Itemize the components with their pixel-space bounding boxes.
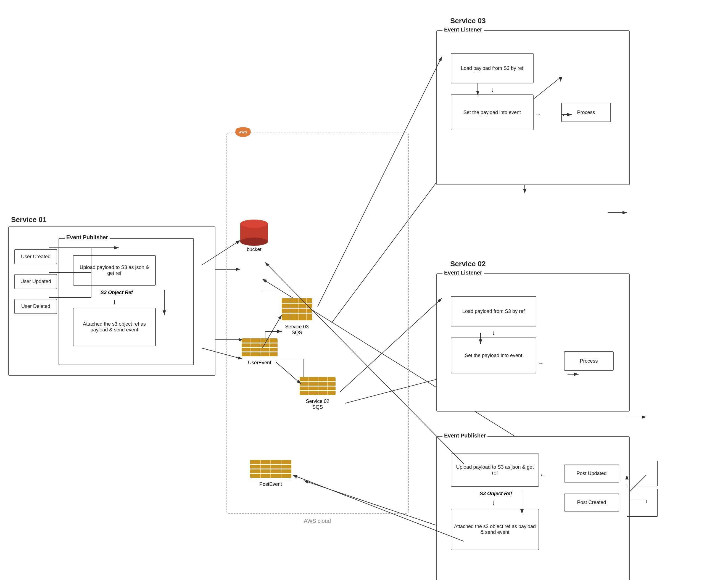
service02-ep-label: Event Publisher bbox=[442, 432, 488, 439]
service02-load-box: Load payload from S3 by ref bbox=[451, 296, 536, 326]
service03-arrow-down: ↓ bbox=[491, 86, 494, 94]
service03-process-box: Process bbox=[561, 103, 611, 122]
svg-text:AWS: AWS bbox=[239, 130, 247, 134]
service01-label: Service 01 bbox=[11, 215, 47, 224]
svg-point-34 bbox=[240, 219, 268, 228]
service01-s3ref-label: S3 Object Ref bbox=[101, 290, 133, 295]
service02-label: Service 02 bbox=[450, 260, 486, 268]
service01-ep-label: Event Publisher bbox=[64, 234, 110, 241]
service02-ep-box: Event Publisher Upload payload to S3 as … bbox=[436, 437, 630, 580]
service03-sqs-icon: Service 03 SQS bbox=[279, 295, 315, 332]
svg-point-33 bbox=[240, 238, 268, 246]
service01-user-updated: User Updated bbox=[15, 274, 57, 289]
aws-icon-area: AWS bbox=[235, 124, 251, 138]
service02-sqs-label: Service 02 SQS bbox=[298, 399, 337, 410]
service01-user-created: User Created bbox=[15, 249, 57, 264]
postevent-sqs-icon: PostEvent bbox=[249, 458, 293, 489]
service03-sqs-label: Service 03 SQS bbox=[279, 324, 315, 336]
service02-arrow-down1: ↓ bbox=[492, 329, 495, 336]
service01-box: Event Publisher Upload payload to S3 as … bbox=[8, 227, 215, 376]
service02-post-created: Post Created bbox=[564, 494, 619, 511]
s3-bucket-icon: bucket bbox=[237, 215, 271, 248]
service02-arrow-right1: → bbox=[538, 360, 544, 367]
userevent-sqs-icon: UserEvent bbox=[240, 337, 279, 367]
service02-s3ref-label: S3 Object Ref bbox=[480, 491, 512, 497]
service02-attach-box: Attached the s3 object ref as payload & … bbox=[451, 509, 539, 550]
service02-upload-box: Upload payload to S3 as json & get ref bbox=[451, 453, 539, 486]
service02-process-box: Process bbox=[564, 351, 614, 371]
service01-event-publisher-box: Event Publisher Upload payload to S3 as … bbox=[58, 238, 194, 365]
service01-user-deleted: User Deleted bbox=[15, 299, 57, 314]
service03-box: Event Listener Load payload from S3 by r… bbox=[436, 30, 630, 185]
svg-rect-35 bbox=[282, 298, 312, 320]
service02-el-box: Event Listener Load payload from S3 by r… bbox=[436, 273, 630, 412]
service03-set-box: Set the payload into event bbox=[451, 95, 534, 130]
userevent-label: UserEvent bbox=[240, 360, 279, 366]
service02-post-updated: Post Updated bbox=[564, 465, 619, 482]
aws-icon: AWS bbox=[235, 124, 251, 138]
service01-attach-box: Attached the s3 object ref as payload & … bbox=[73, 308, 156, 346]
aws-cloud-border bbox=[227, 133, 409, 514]
service03-el-label: Event Listener bbox=[442, 27, 484, 33]
service02-sqs-icon: Service 02 SQS bbox=[298, 376, 337, 406]
service02-arrow-down2: ↓ bbox=[492, 499, 495, 506]
service02-set-box: Set the payload into event bbox=[451, 338, 536, 373]
aws-cloud-label: AWS cloud bbox=[304, 518, 331, 524]
service03-arrow-right: → bbox=[535, 111, 541, 118]
arrow-post-to-upload: ← bbox=[540, 471, 546, 479]
postevent-label: PostEvent bbox=[249, 481, 293, 487]
service01-upload-box: Upload payload to S3 as json & get ref bbox=[73, 255, 156, 286]
service03-label: Service 03 bbox=[450, 17, 486, 25]
service03-load-box: Load payload from S3 by ref bbox=[451, 53, 534, 83]
service02-el-label: Event Listener bbox=[442, 269, 484, 276]
service01-arrow-down: ↓ bbox=[113, 298, 116, 305]
